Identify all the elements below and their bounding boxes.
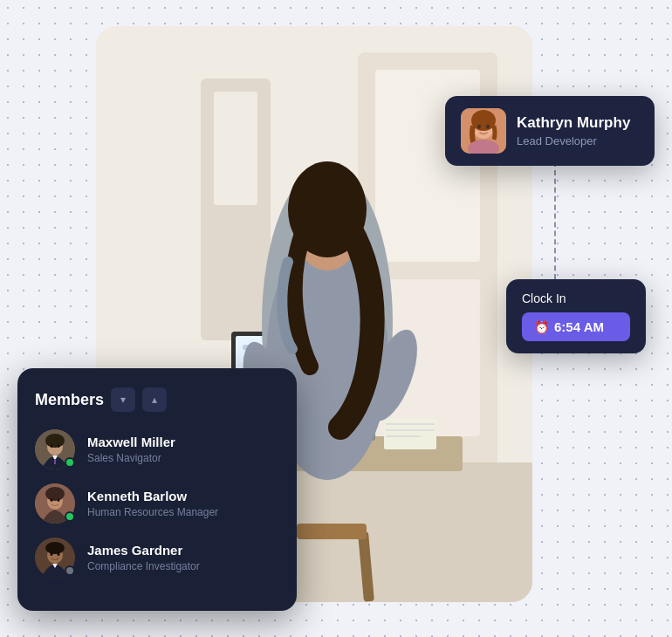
kenneth-info: Kenneth Barlow Human Resources Manager [87, 489, 218, 518]
svg-point-44 [45, 487, 65, 501]
profile-card: Kathryn Murphy Lead Developer [445, 96, 655, 166]
svg-rect-19 [386, 429, 435, 431]
members-panel: Members ▾ ▴ [17, 368, 297, 611]
svg-rect-29 [297, 524, 367, 539]
maxwell-avatar-wrap [35, 429, 75, 469]
james-name: James Gardner [87, 543, 200, 558]
svg-rect-39 [54, 459, 56, 464]
svg-rect-18 [386, 423, 435, 425]
maxwell-name: Maxwell Miller [87, 435, 175, 450]
clock-time-button[interactable]: ⏰ 6:54 AM [522, 312, 630, 341]
members-header: Members ▾ ▴ [35, 387, 279, 412]
connector-line [554, 161, 556, 288]
maxwell-role: Sales Navigator [87, 452, 175, 464]
kathryn-avatar-image [461, 108, 506, 154]
svg-point-49 [45, 542, 65, 554]
profile-avatar [461, 108, 506, 154]
svg-point-51 [58, 552, 60, 556]
members-collapse-button[interactable]: ▴ [142, 387, 167, 412]
kenneth-name: Kenneth Barlow [87, 489, 218, 504]
svg-point-35 [486, 125, 490, 129]
scene: Kathryn Murphy Lead Developer Clock In ⏰… [0, 0, 672, 637]
svg-point-38 [45, 434, 65, 448]
maxwell-info: Maxwell Miller Sales Navigator [87, 435, 175, 464]
clock-in-card: Clock In ⏰ 6:54 AM [506, 279, 646, 353]
svg-point-34 [477, 125, 481, 129]
member-item-james: James Gardner Compliance Investigator [35, 538, 279, 578]
james-info: James Gardner Compliance Investigator [87, 543, 200, 572]
svg-rect-5 [214, 92, 257, 205]
profile-role: Lead Developer [517, 134, 630, 147]
james-role: Compliance Investigator [87, 560, 200, 572]
james-avatar-wrap [35, 538, 75, 578]
svg-point-45 [51, 498, 53, 502]
member-item-kenneth: Kenneth Barlow Human Resources Manager [35, 483, 279, 524]
profile-name: Kathryn Murphy [517, 114, 630, 132]
profile-info: Kathryn Murphy Lead Developer [517, 114, 630, 147]
clock-time-value: 6:54 AM [554, 319, 604, 334]
clock-in-label: Clock In [522, 291, 630, 305]
kenneth-role: Human Resources Manager [87, 506, 218, 518]
svg-point-40 [51, 444, 53, 448]
member-item-maxwell: Maxwell Miller Sales Navigator [35, 429, 279, 469]
kenneth-avatar-wrap [35, 483, 75, 524]
svg-point-46 [58, 498, 60, 502]
svg-point-41 [58, 444, 60, 448]
svg-point-50 [51, 552, 53, 556]
members-dropdown-button[interactable]: ▾ [111, 387, 135, 412]
james-status-dot [65, 565, 75, 576]
members-title: Members [35, 391, 104, 409]
clock-icon: ⏰ [534, 320, 549, 334]
maxwell-status-dot [65, 457, 75, 468]
svg-rect-20 [386, 435, 421, 437]
kenneth-status-dot [65, 511, 75, 522]
